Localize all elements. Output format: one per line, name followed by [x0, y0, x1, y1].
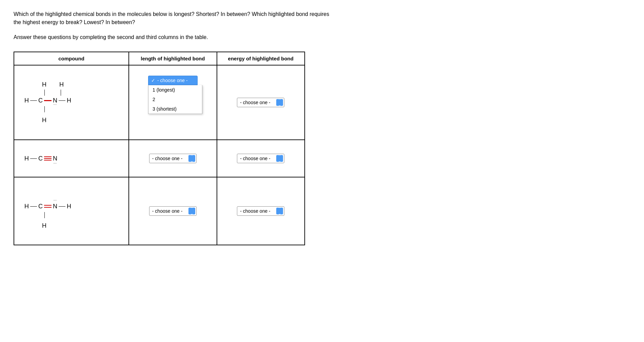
table-row: H C N .. H [14, 177, 305, 245]
bond-length-select-3[interactable]: - choose one - 1 (longest) 2 3 (shortest… [149, 206, 197, 216]
mol1-dots: .. [54, 100, 57, 107]
mol1-h-top-n: H [59, 80, 64, 90]
mol3-bond-nh [59, 206, 65, 207]
mol2-bond-hc [30, 158, 37, 159]
molecule-1: H H H C [24, 80, 71, 125]
header-bond-energy: energy of highlighted bond [217, 52, 305, 65]
dropdown-item-3[interactable]: 3 (shortest) [148, 104, 202, 114]
bond-cell-1[interactable]: ✓ - choose one - 1 (longest) 2 3 (shorte… [129, 65, 217, 140]
check-icon: ✓ [151, 78, 155, 83]
mol1-n: N .. [53, 96, 57, 106]
energy-select-1[interactable]: - choose one - 1 (highest) 2 3 (lowest) [237, 98, 284, 107]
energy-cell-1[interactable]: - choose one - 1 (highest) 2 3 (lowest) … [217, 65, 305, 140]
dropdown-selected-label[interactable]: ✓ - choose one - [148, 76, 198, 85]
mol1-bond-cn [44, 100, 52, 101]
mol1-bond-hc [30, 100, 37, 101]
mol1-h-bottom: H [42, 117, 46, 124]
mol3-vline-c-bottom [44, 212, 45, 218]
instructions-text: Answer these questions by completing the… [14, 34, 208, 40]
mol1-vline-n [61, 90, 61, 96]
energy-dropdown-1[interactable]: - choose one - 1 (highest) 2 3 (lowest) … [237, 98, 284, 107]
mol2-c: C [38, 155, 43, 162]
molecule-2: H C N .. [24, 148, 118, 169]
energy-select-3[interactable]: - choose one - 1 (highest) 2 3 (lowest) [237, 206, 284, 216]
mol1-bond-nh [59, 100, 65, 101]
compound-cell-1: H H H C [14, 65, 129, 140]
mol1-h-right: H [67, 96, 71, 106]
mol2-n: N .. [53, 155, 57, 162]
mol3-h-bottom: H [42, 222, 46, 229]
table-row: H H H C [14, 65, 305, 140]
mol2-h: H [24, 155, 29, 162]
header-compound: compound [14, 52, 129, 65]
energy-dropdown-2[interactable]: - choose one - 1 (highest) 2 3 (lowest) … [237, 154, 284, 163]
intro-line2: the highest energy to break? Lowest? In … [14, 19, 135, 25]
intro-paragraph: Which of the highlighted chemical bonds … [14, 10, 630, 41]
bond-length-select-2[interactable]: - choose one - 1 (longest) 2 3 (shortest… [149, 154, 197, 163]
intro-line1: Which of the highlighted chemical bonds … [14, 11, 329, 17]
dropdown-item-2[interactable]: 2 [148, 95, 202, 104]
mol3-double-bond [44, 205, 52, 208]
compound-cell-2: H C N .. [14, 140, 129, 177]
dropdown-item-1[interactable]: 1 (longest) [148, 85, 202, 95]
bond-length-dropdown-2[interactable]: - choose one - 1 (longest) 2 3 (shortest… [149, 154, 197, 163]
dropdown-open-text: - choose one - [157, 78, 188, 83]
bond-cell-3[interactable]: - choose one - 1 (longest) 2 3 (shortest… [129, 177, 217, 245]
energy-cell-3[interactable]: - choose one - 1 (highest) 2 3 (lowest) … [217, 177, 305, 245]
mol1-c: C [38, 96, 43, 106]
mol3-c: C [38, 202, 43, 211]
mol1-h-left: H [24, 96, 29, 106]
header-bond-length: length of highlighted bond [129, 52, 217, 65]
mol2-dots: .. [54, 160, 57, 165]
bond-cell-2[interactable]: - choose one - 1 (longest) 2 3 (shortest… [129, 140, 217, 177]
bond-length-dropdown-1[interactable]: ✓ - choose one - 1 (longest) 2 3 (shorte… [148, 76, 198, 85]
mol1-vline-c [44, 90, 45, 96]
energy-dropdown-3[interactable]: - choose one - 1 (highest) 2 3 (lowest) … [237, 206, 284, 216]
compound-cell-3: H C N .. H [14, 177, 129, 245]
energy-select-2[interactable]: - choose one - 1 (highest) 2 3 (lowest) [237, 154, 284, 163]
bond-length-dropdown-3[interactable]: - choose one - 1 (longest) 2 3 (shortest… [149, 206, 197, 216]
energy-cell-2[interactable]: - choose one - 1 (highest) 2 3 (lowest) … [217, 140, 305, 177]
mol3-h-right: H [67, 202, 71, 211]
mol3-dots: .. [54, 196, 57, 203]
molecule-3: H C N .. H [24, 191, 71, 231]
table-row: H C N .. - choose o [14, 140, 305, 177]
mol3-h-left: H [24, 202, 29, 211]
dropdown-list: 1 (longest) 2 3 (shortest) [148, 85, 202, 114]
mol3-n: N .. [53, 202, 57, 211]
mol1-h-top-c: H [42, 80, 46, 90]
mol2-triple-bond [44, 156, 52, 160]
main-table: compound length of highlighted bond ener… [14, 52, 305, 245]
mol3-bond-hc [30, 206, 37, 207]
mol1-vline-c-bottom [44, 106, 45, 112]
